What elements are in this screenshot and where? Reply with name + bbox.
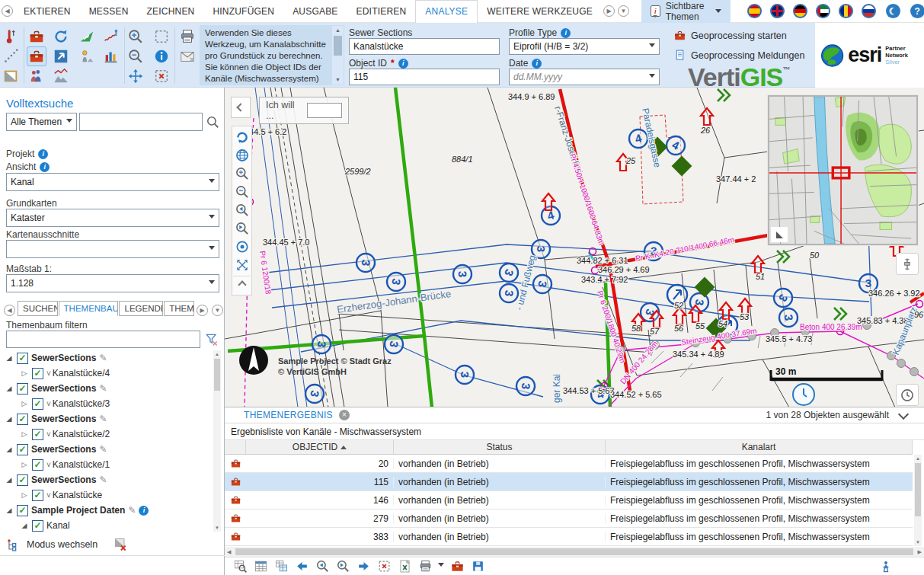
zoom-in-tool-icon[interactable] (126, 27, 145, 46)
menu-item-weitere-werkzeuge[interactable]: WEITERE WERKZEUGE (478, 0, 602, 23)
layer-menu-chevron-icon[interactable]: ˅ (46, 369, 51, 378)
tree-item-kanalst-cke-2[interactable]: ▷✓˅Kanalstücke/2 (0, 426, 212, 442)
zoom-out-icon[interactable] (233, 183, 251, 200)
layer-checkbox[interactable]: ✓ (17, 383, 28, 395)
menu-item-editieren[interactable]: EDITIEREN (347, 0, 416, 23)
overview-collapse-icon[interactable] (771, 227, 788, 242)
status-column-header[interactable]: Status (394, 440, 606, 454)
profile-chart-tool-icon[interactable] (52, 67, 70, 85)
toolbox-results-icon[interactable] (449, 559, 465, 574)
menu-item-analyse[interactable]: ANALYSE (415, 0, 478, 23)
tabs-scroll-right-icon[interactable]: ▶ (197, 305, 208, 316)
edit-layer-icon[interactable]: ✎ (128, 505, 136, 516)
flag-spain-icon[interactable] (747, 4, 762, 18)
menu-scroll-right-icon[interactable]: ▶ (603, 5, 615, 17)
measure-area-tool-icon[interactable] (78, 27, 96, 46)
pan-tool-icon[interactable] (126, 67, 145, 85)
elevation-profile-tool-icon[interactable] (102, 27, 120, 46)
tree-expander-icon[interactable]: ◢ (5, 476, 14, 484)
collapse-sidebar-button[interactable] (231, 97, 251, 118)
results-tab[interactable]: THEMENERGEBNIS (244, 410, 333, 420)
refresh-map-icon[interactable] (233, 128, 251, 145)
icon-column-header[interactable] (225, 440, 246, 454)
menu-item-hinzuf-gen[interactable]: HINZUFÜGEN (203, 0, 283, 23)
tree-expander-icon[interactable]: ◢ (20, 522, 29, 529)
tree-item-sewersections[interactable]: ◢✓SewerSections✎ (0, 472, 212, 487)
next-extent-icon[interactable] (233, 219, 251, 237)
date-select[interactable]: dd.MM.yyyy (509, 69, 660, 85)
tree-item-sewersections[interactable]: ◢✓SewerSections✎ (0, 381, 212, 396)
info-icon[interactable] (398, 59, 408, 69)
tabs-overflow-icon[interactable]: ▼ (212, 305, 223, 316)
objectid-column-header[interactable]: OBJECTID (246, 440, 394, 454)
edit-layer-icon[interactable]: ✎ (99, 353, 107, 363)
menu-scroll-left-icon[interactable]: ◀ (2, 5, 13, 17)
dark-mode-icon[interactable]: ☾ (886, 4, 900, 18)
collapse-toolbar-icon[interactable] (233, 276, 251, 293)
info-icon[interactable] (40, 162, 50, 172)
layer-checkbox[interactable]: ✓ (32, 459, 43, 471)
map-viewport[interactable]: 3333333333333333334444 344.9 + 6.89344.5… (225, 88, 924, 407)
clear-selection-tool-icon[interactable] (152, 67, 171, 85)
previous-result-icon[interactable] (294, 559, 309, 574)
layer-checkbox[interactable]: ✓ (17, 414, 28, 425)
export-tool-icon[interactable] (52, 47, 70, 65)
menu-item-zeichnen[interactable]: ZEICHNEN (138, 0, 204, 23)
save-results-icon[interactable] (470, 559, 485, 574)
tree-item-kanal[interactable]: ◢✓Kanal (0, 518, 212, 533)
swipe-tool-icon[interactable] (2, 67, 20, 85)
layer-menu-chevron-icon[interactable]: ˅ (46, 491, 51, 500)
layer-menu-chevron-icon[interactable]: ˅ (46, 400, 51, 408)
layer-menu-chevron-icon[interactable]: ˅ (46, 461, 51, 469)
info-icon[interactable] (38, 149, 48, 159)
tab-suchen[interactable]: SUCHEN (18, 301, 58, 316)
email-tool-icon[interactable] (178, 47, 197, 65)
info-icon[interactable] (561, 28, 571, 38)
menu-item-messen[interactable]: MESSEN (80, 0, 138, 23)
info-icon[interactable] (532, 59, 542, 69)
search-icon[interactable] (206, 115, 220, 129)
flag-uk-icon[interactable] (770, 4, 785, 18)
tree-item-sewersections[interactable]: ◢✓SewerSections✎ (0, 411, 212, 426)
basemap-select[interactable]: Kataster (6, 209, 219, 227)
object-id-input[interactable] (349, 69, 500, 85)
map-extents-select[interactable] (6, 240, 219, 258)
rows-scrollbar[interactable]: ▲ ▼ (914, 455, 922, 546)
viewshed-tool-icon[interactable] (78, 47, 96, 65)
fulltext-search-title[interactable]: Volltextsuche (6, 97, 73, 110)
help-icon[interactable]: ? (910, 4, 924, 18)
layer-checkbox[interactable]: ✓ (32, 520, 43, 532)
rotate-tool-icon[interactable] (52, 27, 70, 46)
tree-item-kanalst-cke-1[interactable]: ▷✓˅Kanalstücke/1 (0, 457, 212, 472)
tree-expander-icon[interactable]: ▷ (20, 430, 29, 438)
edit-layer-icon[interactable]: ✎ (99, 474, 107, 485)
menu-overflow-icon[interactable]: ▼ (618, 5, 629, 17)
geoprocessing-toolbox-active-icon[interactable] (27, 47, 46, 65)
flag-romania-icon[interactable] (839, 4, 853, 18)
chart-tool-icon[interactable] (102, 47, 120, 65)
tooltip-scrollbar[interactable]: ▲ ▼ (332, 26, 344, 85)
previous-extent-icon[interactable] (233, 201, 251, 219)
next-result-icon[interactable] (356, 559, 371, 574)
tree-item-kanalst-cke-4[interactable]: ▷✓˅Kanalstücke/4 (0, 366, 212, 381)
layer-checkbox[interactable]: ✓ (32, 368, 43, 379)
layer-checkbox[interactable]: ✓ (17, 505, 28, 516)
tree-expander-icon[interactable]: ◢ (5, 354, 14, 362)
tree-item-kanalst-cke[interactable]: ▷✓˅Kanalstücke (0, 487, 212, 503)
tab-themenbaum[interactable]: THEMENBAUM (59, 301, 119, 316)
zoom-previous-icon[interactable] (315, 559, 330, 574)
tree-filter-input[interactable] (6, 331, 200, 348)
tree-expander-icon[interactable]: ◢ (5, 506, 14, 514)
table-row[interactable]: 146vorhanden (in Betrieb)Freispiegelabfl… (225, 491, 913, 510)
zoom-to-result-icon[interactable] (232, 559, 248, 574)
point-series-tool-icon[interactable] (2, 47, 20, 65)
time-slider-button[interactable] (896, 384, 919, 406)
tab-legende[interactable]: LEGENDE (119, 301, 163, 316)
table-row[interactable]: 115vorhanden (in Betrieb)Freispiegelabfl… (225, 473, 913, 491)
full-extent-icon[interactable] (233, 256, 251, 273)
tree-item-kanalst-cke-3[interactable]: ▷✓˅Kanalstücke/3 (0, 396, 212, 411)
i-want-to-input[interactable] (307, 103, 342, 118)
tree-item-sewersections[interactable]: ◢✓SewerSections✎ (0, 442, 212, 457)
menu-item-ausgabe[interactable]: AUSGABE (283, 0, 347, 23)
swipe-off-icon[interactable] (113, 537, 128, 552)
